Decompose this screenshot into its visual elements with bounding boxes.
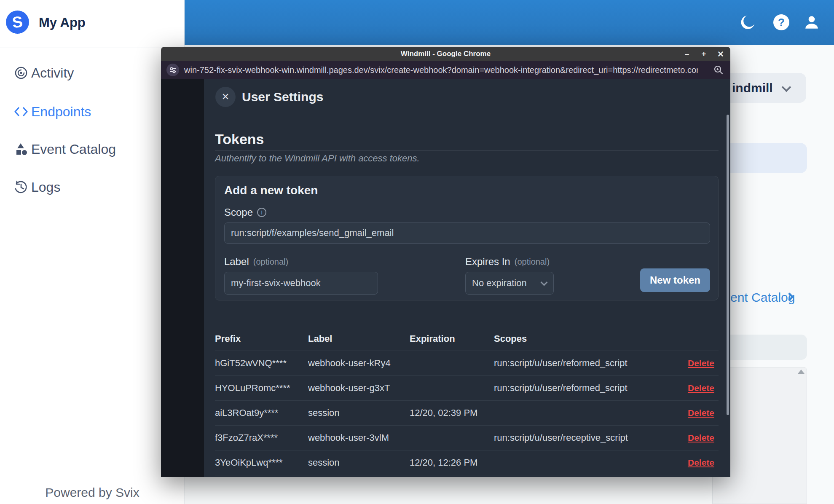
event-catalog-icon	[13, 142, 29, 156]
svix-logo-s: S	[11, 13, 24, 31]
chevron-down-icon	[541, 279, 548, 286]
app-title: My App	[39, 15, 86, 30]
label-label: Label (optional)	[224, 256, 288, 268]
col-label: Label	[308, 333, 410, 344]
account-icon[interactable]	[803, 14, 820, 31]
workspace-dropdown-label: indmill	[732, 81, 773, 95]
tokens-heading: Tokens	[215, 131, 264, 147]
window-title: Windmill - Google Chrome	[401, 50, 491, 58]
url-text[interactable]: win-752-fix-svix-webhook-win.windmill.pa…	[184, 65, 698, 75]
token-scopes: run:script/u/user/reformed_script	[494, 358, 686, 369]
delete-token-button[interactable]: Delete	[688, 383, 714, 393]
delete-token-button[interactable]: Delete	[688, 408, 714, 418]
token-label: session	[308, 407, 410, 418]
chrome-window: Windmill - Google Chrome – + ✕ win-752-f…	[161, 47, 730, 477]
token-expiration: 12/20, 12:26 PM	[410, 457, 494, 468]
token-prefix: aiL3ROat9y****	[215, 407, 308, 418]
token-prefix: HYOLuPRomc****	[215, 383, 308, 394]
token-expiration: 12/20, 02:39 PM	[410, 407, 494, 418]
tokens-subtitle: Authentify to the Windmill API with acce…	[215, 153, 420, 164]
endpoints-icon	[13, 105, 29, 118]
divider	[215, 150, 719, 151]
scope-value: run:script/f/examples/send_gmail_email	[231, 228, 394, 239]
person-glyph	[804, 14, 820, 30]
svix-logo[interactable]: S	[6, 11, 29, 34]
top-navbar: ?	[185, 0, 834, 45]
table-row: HYOLuPRomc**** webhook-user-g3xT run:scr…	[215, 376, 719, 401]
token-label: session	[308, 457, 410, 468]
url-bar[interactable]: win-752-fix-svix-webhook-win.windmill.pa…	[161, 61, 730, 79]
info-icon[interactable]: i	[257, 208, 266, 217]
maximize-button[interactable]: +	[699, 49, 708, 59]
col-scopes: Scopes	[494, 333, 686, 344]
expires-in-select[interactable]: No expiration	[465, 272, 554, 295]
help-icon[interactable]: ?	[773, 14, 790, 31]
optional-hint: (optional)	[253, 257, 288, 267]
sidebar: S My App Activity Endpoints	[0, 0, 185, 504]
delete-token-button[interactable]: Delete	[688, 433, 714, 442]
logs-icon	[13, 180, 29, 194]
divider	[0, 48, 185, 48]
expires-in-value: No expiration	[472, 278, 527, 289]
add-token-heading: Add a new token	[224, 184, 318, 197]
scope-input[interactable]: run:script/f/examples/send_gmail_email	[224, 223, 710, 244]
sidebar-item-activity[interactable]: Activity	[0, 60, 185, 86]
token-label: webhook-user-kRy4	[308, 358, 410, 369]
token-label: webhook-user-g3xT	[308, 383, 410, 394]
tokens-table: Prefix Label Expiration Scopes hGiT52wVN…	[215, 327, 719, 475]
sidebar-item-label: Event Catalog	[31, 142, 116, 157]
delete-token-button[interactable]: Delete	[688, 358, 714, 368]
close-window-button[interactable]: ✕	[716, 49, 725, 59]
tokens-table-header: Prefix Label Expiration Scopes	[215, 327, 719, 351]
delete-cell: Delete	[686, 432, 719, 443]
minimize-button[interactable]: –	[682, 49, 692, 59]
delete-cell: Delete	[686, 457, 719, 468]
powered-by-svix: Powered by Svix	[0, 485, 185, 500]
table-row: f3FzoZ7raX**** webhook-user-3vlM run:scr…	[215, 426, 719, 450]
sidebar-item-label: Logs	[31, 180, 60, 195]
close-modal-button[interactable]: ✕	[215, 87, 236, 107]
question-mark: ?	[773, 14, 789, 30]
window-titlebar[interactable]: Windmill - Google Chrome – + ✕	[161, 47, 730, 61]
divider	[204, 114, 730, 114]
dimmed-page-background	[161, 79, 204, 477]
divider	[0, 92, 185, 92]
chevron-right-icon	[786, 294, 793, 300]
user-settings-modal: ✕ User Settings Tokens Authentify to the…	[204, 79, 730, 477]
sidebar-item-label: Activity	[31, 65, 74, 81]
modal-scrollbar[interactable]	[727, 115, 729, 415]
col-prefix: Prefix	[215, 333, 308, 344]
sidebar-item-label: Endpoints	[31, 104, 91, 120]
scope-label: Scope i	[224, 206, 266, 218]
expires-in-label: Expires In (optional)	[465, 256, 550, 268]
site-settings-icon[interactable]	[166, 64, 179, 76]
token-prefix: 3YeOiKpLwq****	[215, 457, 308, 468]
browser-viewport: ✕ User Settings Tokens Authentify to the…	[161, 79, 730, 477]
screen: ? indmill ent Catalog S My App	[0, 0, 834, 504]
col-expiration: Expiration	[410, 333, 494, 344]
sidebar-item-logs[interactable]: Logs	[0, 174, 185, 200]
table-row: aiL3ROat9y**** session 12/20, 02:39 PM D…	[215, 401, 719, 426]
add-token-card: Add a new token Scope i run:script/f/exa…	[215, 176, 719, 300]
token-scopes: run:script/u/user/receptive_script	[494, 432, 686, 443]
chevron-down-icon	[783, 84, 790, 91]
table-row: hGiT52wVNQ**** webhook-user-kRy4 run:scr…	[215, 351, 719, 376]
table-row: 3YeOiKpLwq**** session 12/20, 12:26 PM D…	[215, 450, 719, 475]
moon-glyph	[740, 14, 756, 30]
dark-mode-moon-icon[interactable]	[739, 14, 756, 31]
token-prefix: f3FzoZ7raX****	[215, 432, 308, 443]
sidebar-item-event-catalog[interactable]: Event Catalog	[0, 137, 185, 162]
token-scopes: run:script/u/user/reformed_script	[494, 383, 686, 394]
delete-cell: Delete	[686, 358, 719, 369]
scrollbar-up-arrow[interactable]	[798, 370, 805, 374]
label-input[interactable]: my-first-svix-webhook	[224, 272, 378, 295]
delete-token-button[interactable]: Delete	[688, 458, 714, 467]
close-icon: ✕	[222, 91, 229, 102]
delete-cell: Delete	[686, 407, 719, 418]
delete-cell: Delete	[686, 383, 719, 394]
token-label: webhook-user-3vlM	[308, 432, 410, 443]
sidebar-item-endpoints[interactable]: Endpoints	[0, 99, 185, 124]
token-prefix: hGiT52wVNQ****	[215, 358, 308, 369]
zoom-magnifier-icon[interactable]	[713, 65, 724, 75]
new-token-button[interactable]: New token	[640, 268, 710, 292]
